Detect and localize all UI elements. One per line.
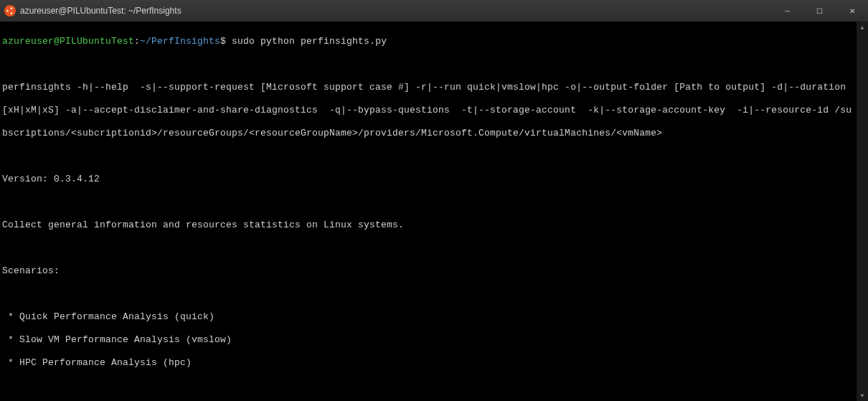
svg-point-2: [11, 12, 13, 14]
window-titlebar: azureuser@PILUbuntuTest: ~/PerfInsights …: [0, 0, 868, 22]
ubuntu-icon: [4, 5, 16, 16]
scenario-item: * Quick Performance Analysis (quick): [2, 311, 866, 323]
window-controls: ─ ☐ ✕: [771, 0, 868, 22]
minimize-button[interactable]: ─: [771, 0, 803, 22]
scenarios-heading: Scenarios:: [2, 265, 866, 277]
prompt-dollar: $: [220, 36, 226, 47]
command-text: sudo python perfinsights.py: [226, 36, 387, 47]
maximize-button[interactable]: ☐: [803, 0, 836, 22]
usage-line: bscriptions/<subcriptionid>/resourceGrou…: [2, 128, 866, 139]
prompt-path: ~/PerfInsights: [140, 36, 220, 47]
blank-line: [2, 242, 866, 254]
description-line: Collect general information and resource…: [2, 220, 866, 231]
scroll-down-icon[interactable]: ▼: [857, 390, 868, 401]
window-title: azureuser@PILUbuntuTest: ~/PerfInsights: [20, 6, 181, 16]
scenario-item: * HPC Performance Analysis (hpc): [2, 357, 866, 369]
usage-line: perfinsights -h|--help -s|--support-requ…: [2, 82, 866, 93]
blank-line: [2, 59, 866, 70]
scroll-up-icon[interactable]: ▲: [857, 22, 868, 33]
terminal-area[interactable]: azureuser@PILUbuntuTest:~/PerfInsights$ …: [0, 22, 868, 401]
version-line: Version: 0.3.4.12: [2, 174, 866, 185]
blank-line: [2, 288, 866, 300]
svg-point-1: [11, 7, 13, 9]
svg-point-0: [6, 10, 9, 12]
prompt-colon: :: [134, 36, 140, 47]
blank-line: [2, 151, 866, 162]
blank-line: [2, 197, 866, 208]
scrollbar[interactable]: ▲ ▼: [857, 22, 868, 401]
scenario-item: * Slow VM Performance Analysis (vmslow): [2, 334, 866, 346]
usage-line: [xH|xM|xS] -a|--accept-disclaimer-and-sh…: [2, 105, 866, 116]
prompt-line: azureuser@PILUbuntuTest:~/PerfInsights$ …: [2, 36, 866, 47]
prompt-user-host: azureuser@PILUbuntuTest: [2, 36, 134, 47]
close-button[interactable]: ✕: [836, 0, 868, 22]
blank-line: [2, 380, 866, 392]
